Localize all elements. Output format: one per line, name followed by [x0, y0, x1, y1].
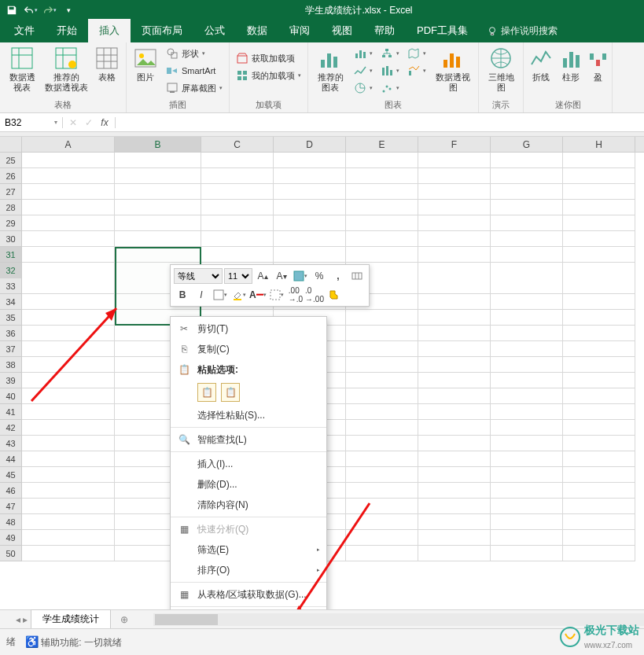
cell[interactable] [563, 530, 635, 546]
format-painter-button[interactable] [325, 287, 342, 303]
cell[interactable] [115, 184, 201, 200]
cell[interactable] [22, 278, 115, 294]
cell[interactable] [491, 326, 563, 341]
fx-button[interactable]: fx [98, 117, 112, 128]
cell[interactable] [22, 215, 115, 231]
row-header[interactable]: 47 [0, 499, 22, 514]
font-color-button[interactable]: A▾ [249, 287, 267, 303]
cell[interactable] [418, 373, 491, 388]
cell[interactable] [346, 153, 418, 168]
cell[interactable] [274, 247, 346, 263]
cell[interactable] [491, 373, 563, 388]
tab-help[interactable]: 帮助 [363, 19, 406, 42]
recommended-charts-button[interactable]: 推荐的 图表 [311, 44, 349, 94]
cell[interactable] [22, 546, 115, 561]
cell[interactable] [346, 247, 418, 263]
cell[interactable] [201, 231, 274, 247]
cell[interactable] [563, 451, 635, 467]
cell[interactable] [563, 388, 635, 404]
recommended-pivot-button[interactable]: 推荐的 数据透视表 [42, 44, 90, 94]
cell[interactable] [491, 184, 563, 200]
row-header[interactable]: 27 [0, 184, 22, 200]
cell[interactable] [418, 499, 491, 514]
cell[interactable] [115, 215, 201, 231]
cell[interactable] [346, 499, 418, 514]
cell[interactable] [22, 184, 115, 200]
cell[interactable] [491, 499, 563, 514]
cell[interactable] [491, 451, 563, 467]
cell[interactable] [563, 546, 635, 561]
row-header[interactable]: 26 [0, 168, 22, 184]
cell[interactable] [346, 514, 418, 530]
cell[interactable] [418, 483, 491, 499]
cell[interactable] [491, 436, 563, 451]
col-header-b[interactable]: B [115, 137, 201, 152]
cell[interactable] [274, 215, 346, 231]
cancel-formula-button[interactable]: ✕ [66, 117, 80, 128]
cell[interactable] [201, 247, 274, 263]
row-header[interactable]: 31 [0, 247, 22, 263]
cell[interactable] [346, 310, 418, 326]
cell[interactable] [22, 514, 115, 530]
chart-stat-button[interactable]: ▾ [377, 63, 403, 79]
col-header-c[interactable]: C [201, 137, 274, 152]
cell[interactable] [22, 168, 115, 184]
font-size-select[interactable]: 11 [224, 268, 252, 284]
cell[interactable] [201, 168, 274, 184]
chart-line-button[interactable]: ▾ [351, 63, 376, 79]
cell[interactable] [115, 168, 201, 184]
paste-values-button[interactable]: 📋 [221, 383, 240, 402]
cell[interactable] [201, 215, 274, 231]
cell[interactable] [563, 215, 635, 231]
cell[interactable] [491, 168, 563, 184]
paste-default-button[interactable]: 📋 [197, 383, 216, 402]
col-header-h[interactable]: H [563, 137, 635, 152]
pivot-chart-button[interactable]: 数据透视图 [431, 44, 475, 94]
cell[interactable] [418, 184, 491, 200]
cell[interactable] [346, 200, 418, 215]
italic-button[interactable]: I [193, 287, 210, 303]
cell[interactable] [22, 373, 115, 388]
cell[interactable] [563, 436, 635, 451]
spark-line-button[interactable]: 折线 [527, 44, 555, 84]
row-header[interactable]: 25 [0, 153, 22, 168]
row-header[interactable]: 48 [0, 514, 22, 530]
cell[interactable] [491, 404, 563, 420]
cell[interactable] [563, 326, 635, 341]
cell[interactable] [418, 341, 491, 357]
tab-data[interactable]: 数据 [236, 19, 278, 42]
cell[interactable] [22, 200, 115, 215]
cell[interactable] [201, 153, 274, 168]
cell[interactable] [346, 420, 418, 436]
cell[interactable] [201, 200, 274, 215]
screenshot-button[interactable]: 屏幕截图 ▾ [163, 80, 226, 96]
chart-pie-button[interactable]: ▾ [351, 80, 376, 96]
cell[interactable] [115, 200, 201, 215]
row-header[interactable]: 45 [0, 467, 22, 483]
cell[interactable] [22, 153, 115, 168]
borders-button[interactable]: ▾ [268, 287, 285, 303]
chart-map-button[interactable]: ▾ [404, 46, 429, 61]
tab-formula[interactable]: 公式 [193, 19, 236, 42]
cell[interactable] [22, 436, 115, 451]
menu-insert[interactable]: 插入(I)... [171, 454, 326, 474]
qat-customize-button[interactable]: ▾ [60, 2, 77, 19]
row-header[interactable]: 43 [0, 436, 22, 451]
save-button[interactable] [3, 2, 20, 19]
redo-button[interactable]: ▾ [41, 2, 58, 19]
row-header[interactable]: 46 [0, 483, 22, 499]
col-header-e[interactable]: E [346, 137, 418, 152]
cell[interactable] [563, 231, 635, 247]
cell[interactable] [491, 341, 563, 357]
chart-scatter-button[interactable]: ▾ [377, 80, 403, 96]
cell[interactable] [563, 483, 635, 499]
cell[interactable] [491, 153, 563, 168]
comma-button[interactable]: , [329, 268, 347, 284]
bold-button[interactable]: B [174, 287, 191, 303]
shapes-button[interactable]: 形状 ▾ [163, 46, 226, 61]
cell[interactable] [346, 483, 418, 499]
menu-copy[interactable]: ⎘复制(C) [171, 339, 326, 359]
cell[interactable] [563, 357, 635, 373]
enter-formula-button[interactable]: ✓ [82, 117, 96, 128]
border-button[interactable]: ▾ [212, 287, 229, 303]
